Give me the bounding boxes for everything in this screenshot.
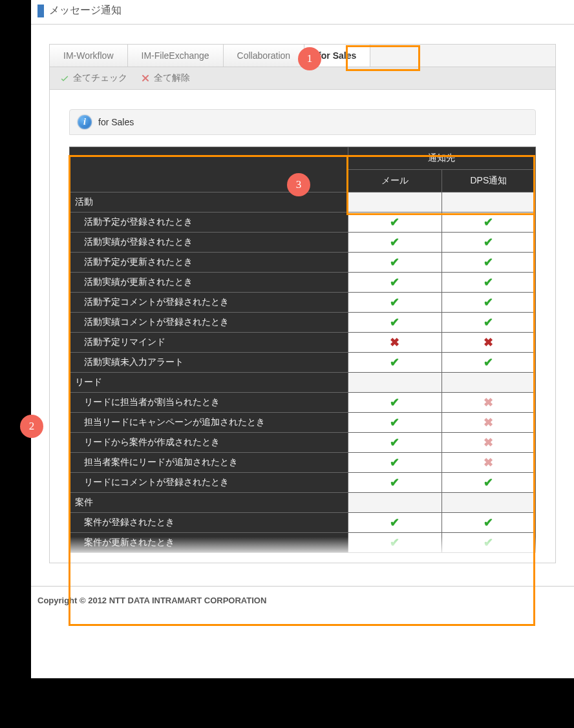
row-label: リードに担当者が割当られたとき [70,393,348,413]
cell-mail[interactable]: ✔ [348,253,441,273]
cell-dps[interactable]: ✔ [441,253,535,273]
cell-dps[interactable]: ✖ [441,393,535,413]
check-icon[interactable]: ✔ [390,276,399,289]
check-icon[interactable]: ✔ [390,536,399,549]
check-icon[interactable]: ✔ [390,436,399,449]
row-label: 活動実績が登録されたとき [70,233,348,253]
cell-mail[interactable]: ✔ [348,473,441,493]
check-icon[interactable]: ✔ [484,516,493,529]
th-dps: DPS通知 [441,170,535,192]
cross-icon[interactable]: ✖ [484,416,493,429]
section-title-label: for Sales [98,117,134,127]
toolbar: 全てチェック 全て解除 [50,67,555,90]
row-label: 案件が登録されたとき [70,513,348,533]
th-mail: メール [348,170,441,192]
row-label: 案件が更新されたとき [70,533,348,553]
tab-im-fileexchange[interactable]: IM-FileExchange [128,45,224,67]
cell-mail[interactable]: ✔ [348,233,441,253]
check-icon[interactable]: ✔ [484,476,493,489]
check-icon[interactable]: ✔ [484,536,493,549]
callout-2-label: 2 [29,420,35,433]
cell-dps[interactable]: ✔ [441,353,535,373]
cell-mail[interactable]: ✖ [348,333,441,353]
blank-cell [441,493,535,513]
header-accent-bar [37,5,44,17]
cross-icon[interactable]: ✖ [484,456,493,469]
row-label: 活動実績未入力アラート [70,353,348,373]
page-title: メッセージ通知 [49,4,122,17]
cell-dps[interactable]: ✔ [441,473,535,493]
blank-cell [348,493,441,513]
blank-cell [348,373,441,393]
row-label: リードから案件が作成されたとき [70,433,348,453]
cell-dps[interactable]: ✔ [441,533,535,553]
check-icon[interactable]: ✔ [484,256,493,269]
cell-dps[interactable]: ✖ [441,453,535,473]
cell-dps[interactable]: ✔ [441,293,535,313]
row-label: 担当リードにキャンペーンが追加されたとき [70,413,348,433]
row-label: 活動実績が更新されたとき [70,273,348,293]
cell-mail[interactable]: ✔ [348,433,441,453]
cross-icon [140,73,151,83]
callout-2: 2 [20,415,43,438]
check-icon[interactable]: ✔ [390,256,399,269]
check-icon[interactable]: ✔ [484,216,493,229]
cell-mail[interactable]: ✔ [348,533,441,553]
settings-panel: IM-Workflow IM-FileExchange Collaboratio… [49,44,556,563]
cross-icon[interactable]: ✖ [484,336,493,349]
page-header: メッセージ通知 [31,0,574,25]
uncheck-all-label: 全て解除 [154,72,190,84]
cross-icon[interactable]: ✖ [484,436,493,449]
check-icon[interactable]: ✔ [390,236,399,249]
row-label: 担当者案件にリードが追加されたとき [70,453,348,473]
cell-dps[interactable]: ✔ [441,213,535,233]
group-label: リード [70,373,348,393]
cross-icon[interactable]: ✖ [390,336,399,349]
cell-dps[interactable]: ✔ [441,313,535,333]
check-icon[interactable]: ✔ [484,316,493,329]
cell-mail[interactable]: ✔ [348,393,441,413]
cell-mail[interactable]: ✔ [348,313,441,333]
cell-mail[interactable]: ✔ [348,293,441,313]
check-icon[interactable]: ✔ [390,416,399,429]
uncheck-all-button[interactable]: 全て解除 [140,72,190,84]
cell-dps[interactable]: ✔ [441,233,535,253]
blank-cell [441,373,535,393]
cell-mail[interactable]: ✔ [348,453,441,473]
check-icon[interactable]: ✔ [390,216,399,229]
tab-im-workflow[interactable]: IM-Workflow [50,45,128,67]
cell-dps[interactable]: ✔ [441,273,535,293]
cell-mail[interactable]: ✔ [348,273,441,293]
check-icon [59,73,70,83]
blank-cell [348,192,441,213]
check-icon[interactable]: ✔ [484,236,493,249]
cell-dps[interactable]: ✖ [441,413,535,433]
cell-mail[interactable]: ✔ [348,213,441,233]
cell-mail[interactable]: ✔ [348,413,441,433]
cell-dps[interactable]: ✖ [441,433,535,453]
check-icon[interactable]: ✔ [390,296,399,309]
check-icon[interactable]: ✔ [390,476,399,489]
check-icon[interactable]: ✔ [390,516,399,529]
check-icon[interactable]: ✔ [390,356,399,369]
notification-table: 通知先 メール DPS通知 活動活動予定が登録されたとき✔✔活動実績が登録された… [69,147,536,553]
cell-mail[interactable]: ✔ [348,513,441,533]
check-icon[interactable]: ✔ [484,296,493,309]
check-icon[interactable]: ✔ [390,396,399,409]
info-icon: i [78,115,92,129]
check-icon[interactable]: ✔ [484,356,493,369]
row-label: 活動実績コメントが登録されたとき [70,313,348,333]
check-icon[interactable]: ✔ [390,316,399,329]
cell-dps[interactable]: ✖ [441,333,535,353]
group-label: 案件 [70,493,348,513]
cell-dps[interactable]: ✔ [441,513,535,533]
cell-mail[interactable]: ✔ [348,353,441,373]
content-area: i for Sales 通知先 メール DPS通知 [50,90,555,563]
check-all-label: 全てチェック [73,72,127,84]
tab-collaboration[interactable]: Collaboration [224,45,305,67]
check-icon[interactable]: ✔ [390,456,399,469]
check-icon[interactable]: ✔ [484,276,493,289]
check-all-button[interactable]: 全てチェック [59,72,127,84]
callout-3: 3 [287,173,310,196]
cross-icon[interactable]: ✖ [484,396,493,409]
